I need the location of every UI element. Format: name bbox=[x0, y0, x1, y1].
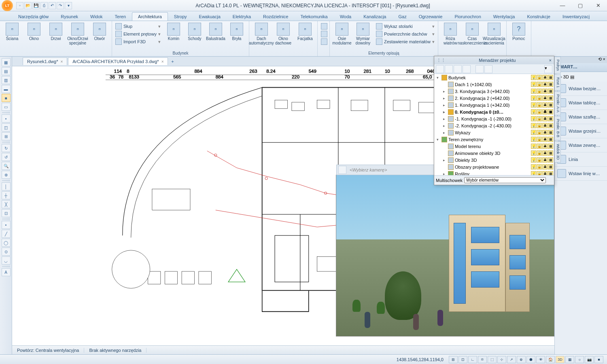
ribbon-button[interactable]: ▫Wymiar dowolny bbox=[352, 22, 374, 46]
3d-view-panel[interactable]: <Wybierz kamerę> bbox=[336, 175, 554, 336]
expand-icon[interactable]: ▸ bbox=[443, 172, 448, 176]
ribbon-small-button[interactable]: Zestawienie materiałów▾ bbox=[374, 38, 436, 45]
left-tool-button[interactable]: ◡ bbox=[2, 256, 11, 265]
lock-icon[interactable]: 🔒 bbox=[537, 130, 542, 135]
expand-icon[interactable]: ▸ bbox=[443, 89, 448, 93]
project-tree-item[interactable]: ▸2. Kondygnacja 2 (+642.00)💡🔒🖶▦ bbox=[434, 95, 554, 102]
project-tree-item[interactable]: ▸-2. Kondygnacja -2 (-430.00)💡🔒🖶▦ bbox=[434, 122, 554, 129]
print-icon[interactable]: 🖶 bbox=[542, 116, 548, 121]
ribbon-button[interactable]: ▫Otwór bbox=[89, 22, 110, 46]
3d-tool-icon[interactable] bbox=[338, 166, 346, 174]
bulb-icon[interactable]: 💡 bbox=[531, 144, 536, 149]
ribbon-tab[interactable]: Rysunek bbox=[55, 12, 84, 21]
status-toggle[interactable]: ⧈ bbox=[478, 356, 487, 363]
bulb-icon[interactable]: 💡 bbox=[531, 130, 536, 135]
bulb-icon[interactable]: 💡 bbox=[531, 82, 536, 87]
lock-icon[interactable]: 🔒 bbox=[537, 109, 542, 114]
ribbon-small-button[interactable]: Element prętowy▾ bbox=[114, 30, 162, 38]
pm-selection-mode[interactable]: Wybór elementów bbox=[464, 177, 546, 183]
expand-icon[interactable]: ▸ bbox=[443, 124, 448, 128]
pm-tool-icon[interactable] bbox=[454, 65, 462, 73]
project-tree-item[interactable]: ▾Budynek💡🔒🖶▦ bbox=[434, 74, 554, 81]
left-tool-button[interactable]: ▦ bbox=[2, 58, 11, 66]
project-manager-panel[interactable]: ⋮⋮ Menadżer projektu × ▾ ▾Budynek💡🔒🖶▦Dac… bbox=[434, 56, 554, 185]
ribbon-tab[interactable]: Kanalizacja bbox=[357, 12, 392, 21]
color-icon[interactable]: ▦ bbox=[548, 109, 553, 114]
bulb-icon[interactable]: 💡 bbox=[531, 95, 536, 101]
color-icon[interactable]: ▦ bbox=[548, 150, 553, 156]
expand-icon[interactable]: ▸ bbox=[443, 96, 448, 100]
tab-close-icon[interactable]: × bbox=[161, 59, 164, 64]
left-tool-button[interactable]: ▤ bbox=[2, 67, 11, 75]
ribbon-button[interactable]: ▫Komin bbox=[163, 22, 184, 46]
left-tool-button[interactable]: ↻ bbox=[2, 144, 11, 152]
document-tab[interactable]: ArCADia-ARCHITEKTURA Przykład 3.dwg*× bbox=[68, 57, 168, 65]
ribbon-button[interactable]: ▫Wizualizacja zacienienia bbox=[484, 22, 505, 46]
side-tab[interactable]: Podrys bbox=[554, 57, 561, 74]
ribbon-tab[interactable]: Stropy bbox=[168, 12, 193, 21]
color-icon[interactable]: ▦ bbox=[548, 89, 553, 94]
color-icon[interactable]: ▦ bbox=[548, 95, 553, 101]
color-icon[interactable]: ▦ bbox=[548, 123, 553, 128]
color-icon[interactable]: ▦ bbox=[548, 116, 553, 121]
new-tab-button[interactable]: + bbox=[169, 58, 176, 65]
left-tool-button[interactable]: ⊕ bbox=[2, 171, 11, 179]
ribbon-tab[interactable]: Ogrzewanie bbox=[413, 12, 449, 21]
left-tool-button[interactable]: ▭ bbox=[2, 103, 11, 111]
ribbon-tab[interactable]: Narzędzia głów bbox=[12, 12, 55, 21]
color-icon[interactable]: ▦ bbox=[548, 130, 553, 135]
project-tree-item[interactable]: ▸0. Kondygnacja 0 (±0…💡🔒🖶▦ bbox=[434, 108, 554, 115]
left-tool-button[interactable]: ╱ bbox=[2, 230, 11, 238]
lock-icon[interactable]: 🔒 bbox=[537, 137, 542, 142]
side-tab[interactable]: Rzut 1 bbox=[554, 74, 561, 91]
ribbon-button[interactable]: ▫Balustrada bbox=[205, 22, 226, 46]
project-tree-item[interactable]: Dach 1 (+1042.00)💡🔒🖶▦ bbox=[434, 81, 554, 88]
bulb-icon[interactable]: 💡 bbox=[531, 123, 536, 128]
ribbon-tab[interactable]: Teren bbox=[109, 12, 132, 21]
smart-item[interactable]: Wstaw tablicę… bbox=[555, 96, 607, 110]
left-tool-button[interactable]: ⊞ bbox=[2, 132, 11, 140]
bulb-icon[interactable]: 💡 bbox=[531, 116, 536, 121]
pm-tool-icon[interactable] bbox=[436, 65, 444, 73]
lock-icon[interactable]: 🔒 bbox=[537, 144, 542, 149]
left-tool-button[interactable]: ┼ bbox=[2, 191, 11, 199]
ribbon-tab[interactable]: Piorunochron bbox=[448, 12, 487, 21]
project-tree-item[interactable]: ▸-1. Kondygnacja -1 (-280.00)💡🔒🖶▦ bbox=[434, 115, 554, 122]
left-tool-button[interactable]: ▥ bbox=[2, 76, 11, 84]
qat-print-icon[interactable]: ⎙ bbox=[40, 2, 48, 9]
ribbon-tab[interactable]: Rozdzielnice bbox=[257, 12, 294, 21]
print-icon[interactable]: 🖶 bbox=[542, 157, 548, 163]
ribbon-small-button[interactable]: Import F3D▾ bbox=[114, 38, 162, 45]
left-tool-button[interactable]: • bbox=[2, 221, 11, 229]
repeat-command[interactable]: Powtórz: Centrala wentylacyjna bbox=[12, 348, 84, 353]
ribbon-small-btn[interactable] bbox=[319, 23, 329, 30]
bulb-icon[interactable]: 💡 bbox=[531, 89, 536, 94]
left-tool-button[interactable]: 🔍 bbox=[2, 162, 11, 170]
bulb-icon[interactable]: 💡 bbox=[531, 109, 536, 114]
expand-icon[interactable]: ▾ bbox=[437, 76, 441, 80]
color-icon[interactable]: ▦ bbox=[548, 157, 553, 163]
lock-icon[interactable]: 🔒 bbox=[537, 171, 542, 175]
status-toggle[interactable]: ⊹ bbox=[497, 356, 506, 363]
ribbon-button[interactable]: ▫Bryła bbox=[226, 22, 247, 46]
side-tab[interactable]: Przekr. A-A bbox=[554, 91, 561, 115]
print-icon[interactable]: 🖶 bbox=[542, 171, 548, 175]
print-icon[interactable]: 🖶 bbox=[542, 164, 548, 169]
ribbon-tab[interactable]: Architektura bbox=[132, 12, 168, 21]
lock-icon[interactable]: 🔒 bbox=[537, 75, 542, 80]
print-icon[interactable]: 🖶 bbox=[542, 144, 548, 149]
ribbon-button[interactable]: ▫Dach automatyczny bbox=[251, 22, 272, 46]
ribbon-button[interactable]: ▫Okno bbox=[23, 22, 45, 46]
project-tree[interactable]: ▾Budynek💡🔒🖶▦Dach 1 (+1042.00)💡🔒🖶▦▸3. Kon… bbox=[434, 74, 554, 175]
close-button[interactable]: ✕ bbox=[589, 0, 607, 11]
print-icon[interactable]: 🖶 bbox=[542, 137, 548, 142]
print-icon[interactable]: 🖶 bbox=[542, 82, 548, 87]
side-tab[interactable]: Widok 3D bbox=[554, 141, 561, 163]
ribbon-tab[interactable]: Ewakuacja bbox=[193, 12, 227, 21]
print-icon[interactable]: 🖶 bbox=[542, 89, 548, 94]
ribbon-tab[interactable]: Widok bbox=[84, 12, 109, 21]
project-tree-item[interactable]: ▸1. Kondygnacja 1 (+342.00)💡🔒🖶▦ bbox=[434, 102, 554, 108]
color-icon[interactable]: ▦ bbox=[548, 137, 553, 142]
print-icon[interactable]: 🖶 bbox=[542, 150, 548, 156]
smart-item[interactable]: Wstaw grzejni… bbox=[555, 124, 607, 138]
